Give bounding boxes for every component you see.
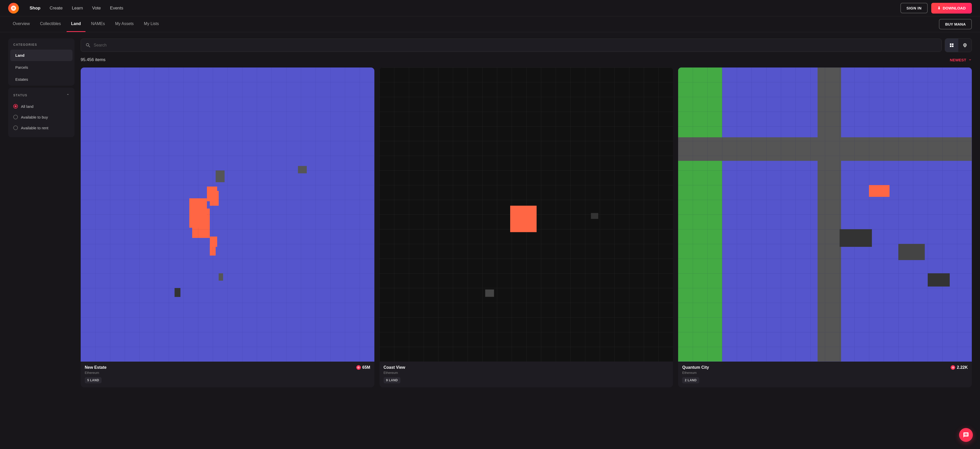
- radio-available-to-rent[interactable]: Available to rent: [13, 122, 69, 133]
- radio-circle-all-land: [13, 104, 18, 109]
- card-network-0: Ethereum: [85, 371, 370, 375]
- card-image-1: [380, 67, 673, 362]
- status-section: STATUS ⌃ All land Available to buy Avail…: [8, 88, 75, 137]
- sign-in-button[interactable]: SIGN IN: [900, 3, 928, 13]
- tab-overview[interactable]: Overview: [8, 16, 35, 32]
- card-title-row-0: New Estate ◎ 65M: [85, 365, 370, 370]
- card-network-2: Ethereum: [682, 371, 968, 375]
- nav-shop[interactable]: Shop: [26, 3, 44, 13]
- download-button[interactable]: ⬇ DOWNLOAD: [931, 3, 972, 14]
- categories-header: CATEGORIES: [8, 38, 75, 49]
- chat-icon: [963, 432, 969, 438]
- land-card-1[interactable]: Coast View Ethereum 9 LAND: [380, 67, 673, 387]
- card-title-row-2: Quantum City ◎ 2.22K: [682, 365, 968, 370]
- search-input[interactable]: [94, 43, 937, 48]
- mana-icon-2: ◎: [951, 365, 955, 370]
- view-toggles: [945, 38, 972, 52]
- map-view-button[interactable]: [958, 38, 972, 52]
- tab-land[interactable]: Land: [67, 16, 86, 32]
- main-layout: CATEGORIES Land Parcels Estates STATUS ⌃…: [0, 32, 980, 448]
- nav-events[interactable]: Events: [107, 3, 127, 13]
- results-count: 95.456 items: [81, 57, 105, 62]
- radio-circle-rent: [13, 125, 18, 130]
- buy-mana-button[interactable]: BUY MANA: [939, 19, 972, 29]
- search-icon: [86, 43, 91, 48]
- cards-grid: New Estate ◎ 65M Ethereum 5 LAND: [81, 67, 972, 387]
- download-icon: ⬇: [937, 6, 941, 11]
- card-price-2: ◎ 2.22K: [951, 365, 968, 370]
- content-area: 95.456 items NEWEST: [81, 38, 972, 442]
- search-input-wrap: [81, 38, 942, 52]
- svg-rect-17: [840, 229, 872, 247]
- nav-create[interactable]: Create: [46, 3, 66, 13]
- sidebar-item-parcels[interactable]: Parcels: [10, 62, 73, 73]
- svg-rect-3: [210, 236, 217, 247]
- svg-rect-8: [510, 206, 537, 232]
- tab-collectibles[interactable]: Collectibles: [35, 16, 65, 32]
- grid-view-button[interactable]: [945, 38, 958, 52]
- radio-available-to-buy-label: Available to buy: [21, 115, 48, 119]
- categories-section: CATEGORIES Land Parcels Estates: [8, 38, 75, 86]
- results-header: 95.456 items NEWEST: [81, 57, 972, 62]
- land-card-2[interactable]: Quantum City ◎ 2.22K Ethereum 2 LAND: [678, 67, 972, 387]
- sidebar: CATEGORIES Land Parcels Estates STATUS ⌃…: [8, 38, 75, 442]
- card-price-value-0: 65M: [363, 365, 370, 370]
- grid-icon: [949, 43, 954, 48]
- tab-my-lists[interactable]: My Lists: [139, 16, 164, 32]
- navbar: Shop Create Learn Vote Events SIGN IN ⬇ …: [0, 0, 980, 16]
- card-footer-0: New Estate ◎ 65M Ethereum 5 LAND: [81, 362, 374, 387]
- card-footer-1: Coast View Ethereum 9 LAND: [380, 362, 673, 387]
- chat-bubble[interactable]: [959, 428, 973, 442]
- card-title-2: Quantum City: [682, 365, 709, 370]
- svg-rect-10: [591, 213, 598, 219]
- sidebar-item-land[interactable]: Land: [10, 50, 73, 61]
- svg-rect-19: [928, 273, 950, 286]
- svg-rect-16: [869, 185, 890, 197]
- svg-rect-4: [219, 273, 223, 281]
- card-network-1: Ethereum: [383, 371, 669, 375]
- card-badge-0: 5 LAND: [85, 377, 102, 383]
- card-badge-1: 9 LAND: [383, 377, 401, 383]
- mana-icon-0: ◎: [356, 365, 361, 370]
- status-header: STATUS ⌃: [8, 90, 75, 101]
- svg-rect-0: [81, 67, 374, 362]
- status-radio-group: All land Available to buy Available to r…: [8, 101, 75, 133]
- tabs-list: Overview Collectibles Land NAMEs My Asse…: [8, 16, 164, 32]
- card-footer-2: Quantum City ◎ 2.22K Ethereum 2 LAND: [678, 362, 972, 387]
- svg-rect-5: [298, 166, 307, 173]
- navbar-actions: SIGN IN ⬇ DOWNLOAD: [900, 3, 972, 14]
- radio-circle-buy: [13, 115, 18, 119]
- card-title-1: Coast View: [383, 365, 405, 370]
- tabs-bar: Overview Collectibles Land NAMEs My Asse…: [0, 16, 980, 32]
- card-badge-2: 2 LAND: [682, 377, 699, 383]
- status-label: STATUS: [13, 94, 27, 97]
- card-title-row-1: Coast View: [383, 365, 669, 370]
- svg-rect-2: [207, 187, 217, 201]
- svg-rect-15: [678, 67, 972, 362]
- sort-label: NEWEST: [950, 58, 966, 62]
- card-image-0: [81, 67, 374, 362]
- land-card-0[interactable]: New Estate ◎ 65M Ethereum 5 LAND: [81, 67, 374, 387]
- sort-dropdown[interactable]: NEWEST: [950, 58, 972, 62]
- radio-all-land-label: All land: [21, 104, 33, 109]
- card-title-0: New Estate: [85, 365, 107, 370]
- svg-rect-18: [898, 244, 925, 260]
- search-bar-row: [81, 38, 972, 52]
- card-image-2: [678, 67, 972, 362]
- sidebar-item-estates[interactable]: Estates: [10, 74, 73, 85]
- app-logo[interactable]: [8, 3, 19, 14]
- map-icon: [963, 43, 967, 48]
- nav-links: Shop Create Learn Vote Events: [26, 3, 900, 13]
- card-price-value-2: 2.22K: [957, 365, 968, 370]
- tab-my-assets[interactable]: My Assets: [110, 16, 138, 32]
- svg-rect-1: [189, 198, 207, 228]
- nav-learn[interactable]: Learn: [68, 3, 86, 13]
- chevron-up-icon[interactable]: ⌃: [66, 93, 69, 97]
- radio-available-to-buy[interactable]: Available to buy: [13, 112, 69, 122]
- svg-rect-9: [485, 289, 494, 297]
- nav-vote[interactable]: Vote: [89, 3, 104, 13]
- download-label: DOWNLOAD: [943, 6, 966, 10]
- radio-all-land[interactable]: All land: [13, 101, 69, 112]
- tab-names[interactable]: NAMEs: [86, 16, 110, 32]
- radio-available-to-rent-label: Available to rent: [21, 126, 48, 130]
